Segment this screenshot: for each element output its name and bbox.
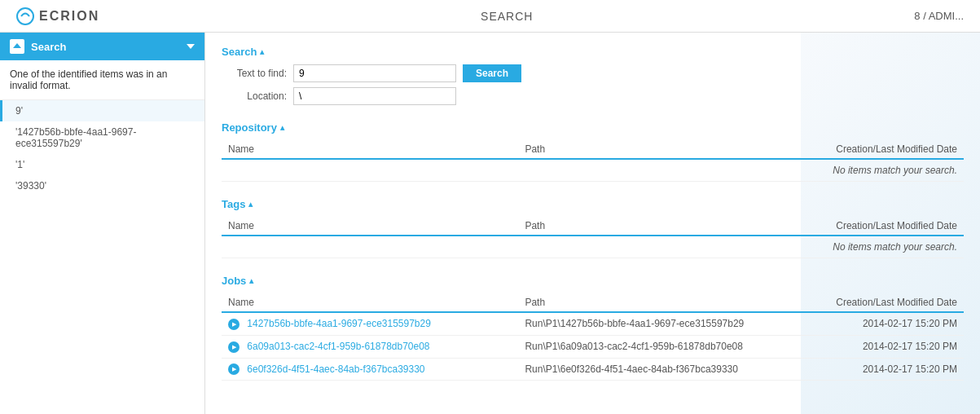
- text-to-find-label: Text to find:: [222, 68, 287, 79]
- repository-table: Name Path Creation/Last Modified Date No…: [222, 140, 964, 182]
- sidebar-item-label-3: '39330': [15, 180, 46, 192]
- repository-no-items-row: No items match your search.: [222, 159, 964, 182]
- svg-point-0: [17, 8, 33, 24]
- search-button[interactable]: Search: [463, 64, 521, 82]
- search-section-arrow-icon: ▴: [260, 47, 264, 56]
- sidebar-error-message: One of the identified items was in an in…: [0, 60, 204, 100]
- tags-col-date: Creation/Last Modified Date: [778, 217, 964, 236]
- jobs-row-2-path: Run\P1\6e0f326d-4f51-4aec-84ab-f367bca39…: [518, 358, 778, 381]
- repository-section: Repository ▴ Name Path Creation/Last Mod…: [222, 121, 964, 182]
- text-to-find-input[interactable]: [293, 64, 456, 82]
- logo: ECRION: [16, 7, 99, 25]
- jobs-row-0-date: 2014-02-17 15:20 PM: [778, 312, 964, 335]
- jobs-table: Name Path Creation/Last Modified Date 14…: [222, 293, 964, 381]
- sidebar-item-0[interactable]: 9': [0, 100, 204, 121]
- sidebar-header-label: Search: [31, 41, 66, 53]
- repository-no-items-message: No items match your search.: [222, 159, 964, 182]
- repository-section-title: Repository ▴: [222, 121, 964, 134]
- repository-col-date: Creation/Last Modified Date: [778, 140, 964, 159]
- location-row: Location:: [222, 87, 964, 105]
- job-status-icon-2: [228, 363, 240, 375]
- jobs-col-name: Name: [222, 293, 518, 312]
- jobs-row-0-name[interactable]: 1427b56b-bbfe-4aa1-9697-ece315597b29: [222, 312, 518, 335]
- sidebar-items: 9' '1427b56b-bbfe-4aa1-9697-ece315597b29…: [0, 100, 204, 196]
- jobs-row-0: 1427b56b-bbfe-4aa1-9697-ece315597b29 Run…: [222, 312, 964, 335]
- jobs-row-2-link[interactable]: 6e0f326d-4f51-4aec-84ab-f367bca39330: [247, 363, 424, 375]
- jobs-row-2-name[interactable]: 6e0f326d-4f51-4aec-84ab-f367bca39330: [222, 358, 518, 381]
- repository-section-arrow-icon: ▴: [280, 123, 284, 132]
- tags-section-arrow-icon: ▴: [248, 200, 253, 209]
- upload-arrow-icon: [13, 43, 21, 48]
- text-to-find-row: Text to find: Search: [222, 64, 964, 82]
- chevron-down-icon: [187, 44, 195, 49]
- sidebar-header[interactable]: Search: [0, 33, 204, 60]
- jobs-section-title: Jobs ▴: [222, 275, 964, 287]
- jobs-row-0-link[interactable]: 1427b56b-bbfe-4aa1-9697-ece315597b29: [247, 318, 431, 329]
- search-section-title: Search ▴: [222, 46, 964, 58]
- sidebar-item-3[interactable]: '39330': [0, 175, 204, 196]
- app-header: ECRION Search 8 / ADMI...: [0, 0, 980, 33]
- tags-col-path: Path: [518, 217, 778, 236]
- sidebar-item-label-1: '1427b56b-bbfe-4aa1-9697-ece315597b29': [15, 126, 136, 149]
- tags-section-title: Tags ▴: [222, 198, 964, 210]
- sidebar-item-label-2: '1': [15, 159, 24, 170]
- sidebar-item-2[interactable]: '1': [0, 154, 204, 175]
- sidebar: Search One of the identified items was i…: [0, 33, 205, 414]
- logo-icon: [16, 7, 34, 25]
- jobs-col-date: Creation/Last Modified Date: [778, 293, 964, 312]
- main-content: Search ▴ Text to find: Search Location: …: [205, 33, 980, 414]
- jobs-row-1-date: 2014-02-17 15:20 PM: [778, 335, 964, 358]
- main-layout: Search One of the identified items was i…: [0, 33, 980, 414]
- tags-col-name: Name: [222, 217, 518, 236]
- repository-col-name: Name: [222, 140, 518, 159]
- jobs-row-2-date: 2014-02-17 15:20 PM: [778, 358, 964, 381]
- location-input[interactable]: [293, 87, 456, 105]
- tags-no-items-message: No items match your search.: [222, 236, 964, 258]
- jobs-section: Jobs ▴ Name Path Creation/Last Modified …: [222, 275, 964, 381]
- tags-section: Tags ▴ Name Path Creation/Last Modified …: [222, 198, 964, 258]
- sidebar-item-1[interactable]: '1427b56b-bbfe-4aa1-9697-ece315597b29': [0, 121, 204, 154]
- jobs-row-1-name[interactable]: 6a09a013-cac2-4cf1-959b-61878db70e08: [222, 335, 518, 358]
- header-user: 8 / ADMI...: [914, 10, 964, 22]
- logo-text: ECRION: [39, 9, 99, 24]
- jobs-row-1: 6a09a013-cac2-4cf1-959b-61878db70e08 Run…: [222, 335, 964, 358]
- tags-table: Name Path Creation/Last Modified Date No…: [222, 217, 964, 258]
- tags-no-items-row: No items match your search.: [222, 236, 964, 258]
- job-status-icon-1: [228, 341, 240, 353]
- jobs-row-2: 6e0f326d-4f51-4aec-84ab-f367bca39330 Run…: [222, 358, 964, 381]
- sidebar-header-left: Search: [10, 39, 66, 54]
- jobs-col-path: Path: [518, 293, 778, 312]
- header-title: Search: [481, 10, 533, 23]
- jobs-section-arrow-icon: ▴: [249, 276, 253, 285]
- search-form-section: Search ▴ Text to find: Search Location:: [222, 46, 964, 105]
- sidebar-item-label-0: 9': [15, 105, 23, 117]
- jobs-row-0-path: Run\P1\1427b56b-bbfe-4aa1-9697-ece315597…: [518, 312, 778, 335]
- location-label: Location:: [222, 90, 287, 102]
- job-status-icon-0: [228, 319, 240, 330]
- upload-icon: [10, 39, 24, 54]
- jobs-row-1-link[interactable]: 6a09a013-cac2-4cf1-959b-61878db70e08: [247, 341, 429, 352]
- repository-col-path: Path: [518, 140, 778, 159]
- jobs-row-1-path: Run\P1\6a09a013-cac2-4cf1-959b-61878db70…: [518, 335, 778, 358]
